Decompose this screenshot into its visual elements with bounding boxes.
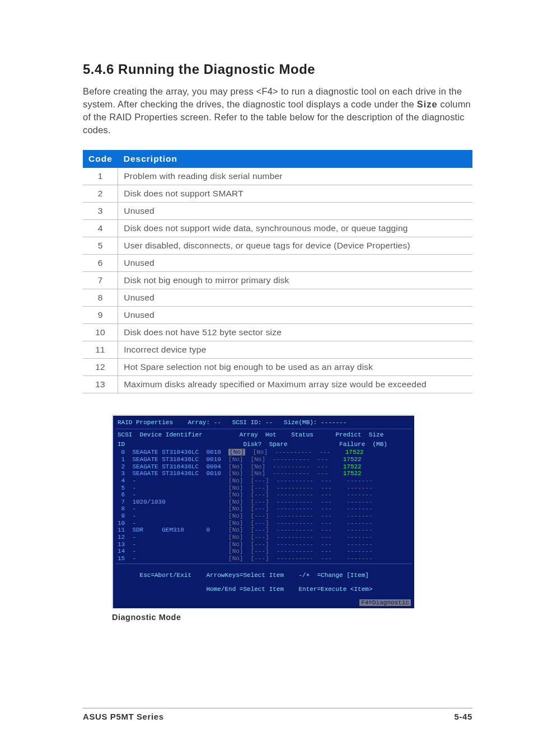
bios-row: 9 - [No] [---] ---------- --- -------: [118, 513, 410, 520]
table-row: 12Hot Spare selection not big enough to …: [83, 359, 472, 376]
code-cell: 6: [83, 255, 118, 272]
bios-row: 3 SEAGATE ST318436LC 0010 [No] [No] ----…: [118, 470, 410, 477]
code-cell: 11: [83, 341, 118, 359]
desc-cell: Maximum disks already specified or Maxim…: [118, 376, 472, 393]
bios-row: 7 1020/1030 [No] [---] ---------- --- --…: [118, 499, 410, 506]
bios-screenshot: RAID Properties Array: -- SCSI ID: -- Si…: [112, 415, 414, 608]
code-cell: 2: [83, 185, 118, 203]
code-cell: 1: [83, 168, 118, 185]
bios-header: RAID Properties Array: -- SCSI ID: -- Si…: [115, 418, 412, 429]
code-cell: 3: [83, 203, 118, 220]
code-cell: 4: [83, 220, 118, 237]
code-cell: 9: [83, 307, 118, 324]
bios-row: 6 - [No] [---] ---------- --- -------: [118, 491, 410, 499]
bios-footer: Esc=Abort/Exit ArrowKeys=Select Item -/+…: [115, 564, 412, 608]
desc-cell: Disk does not support SMART: [118, 185, 472, 203]
bios-caption: Diagnostic Mode: [112, 613, 414, 622]
desc-cell: Disk not big enough to mirror primary di…: [118, 272, 472, 289]
page-footer: ASUS P5MT Series 5-45: [83, 708, 472, 721]
bios-row: 14 - [No] [---] ---------- --- -------: [118, 548, 410, 555]
bios-row: 12 - [No] [---] ---------- --- -------: [118, 534, 410, 541]
code-cell: 13: [83, 376, 118, 393]
desc-cell: Unused: [118, 203, 472, 220]
table-row: 3Unused: [83, 203, 472, 220]
bios-row: 5 - [No] [---] ---------- --- -------: [118, 485, 410, 492]
desc-cell: Unused: [118, 255, 472, 272]
bios-columns-2: ID Disk? Spare Failure (MB): [115, 440, 412, 449]
desc-cell: User disabled, disconnects, or queue tag…: [118, 237, 472, 255]
bios-row: 13 - [No] [---] ---------- --- -------: [118, 541, 410, 548]
desc-cell: Disk does not have 512 byte sector size: [118, 324, 472, 341]
table-row: 13Maximum disks already specified or Max…: [83, 376, 472, 393]
intro-paragraph: Before creating the array, you may press…: [83, 85, 472, 137]
footer-right: 5-45: [455, 712, 472, 721]
bios-row: 11 SDR GEM318 0 [No] [---] ---------- --…: [118, 527, 410, 534]
desc-cell: Unused: [118, 289, 472, 307]
bios-row: 10 - [No] [---] ---------- --- -------: [118, 520, 410, 527]
code-cell: 8: [83, 289, 118, 307]
code-cell: 12: [83, 359, 118, 376]
table-row: 6Unused: [83, 255, 472, 272]
table-row: 5User disabled, disconnects, or queue ta…: [83, 237, 472, 255]
section-heading: 5.4.6 Running the Diagnostic Mode: [83, 62, 472, 77]
bios-footer-2: Home/End =Select Item Enter=Execute <Ite…: [140, 586, 373, 593]
bios-row: 2 SEAGATE ST318436LC 0004 [No] [No] ----…: [118, 463, 410, 471]
bios-columns-1: SCSI Device Identifier Array Hot Status …: [115, 430, 412, 440]
code-cell: 5: [83, 237, 118, 255]
desc-cell: Hot Spare selection not big enough to be…: [118, 359, 472, 376]
bios-row: 15 - [No] [---] ---------- --- -------: [118, 555, 410, 562]
bios-footer-1: Esc=Abort/Exit ArrowKeys=Select Item -/+…: [140, 572, 369, 579]
code-cell: 7: [83, 272, 118, 289]
bios-f4-label: F4=Diagnostic: [359, 599, 411, 607]
desc-cell: Problem with reading disk serial number: [118, 168, 472, 185]
bios-row: 1 SEAGATE ST318436LC 0010 [No] [No] ----…: [118, 456, 410, 463]
code-cell: 10: [83, 324, 118, 341]
table-row: 8Unused: [83, 289, 472, 307]
desc-cell: Unused: [118, 307, 472, 324]
bios-row: 4 - [No] [---] ---------- --- -------: [118, 477, 410, 485]
table-row: 2Disk does not support SMART: [83, 185, 472, 203]
table-row: 11Incorrect device type: [83, 341, 472, 359]
table-row: 9Unused: [83, 307, 472, 324]
table-row: 1Problem with reading disk serial number: [83, 168, 472, 185]
intro-text-before: Before creating the array, you may press…: [83, 86, 462, 109]
desc-cell: Disk does not support wide data, synchro…: [118, 220, 472, 237]
diagnostic-codes-table: Code Description 1Problem with reading d…: [83, 150, 472, 393]
footer-left: ASUS P5MT Series: [83, 712, 164, 721]
th-code: Code: [83, 150, 118, 168]
th-description: Description: [118, 150, 472, 168]
bios-row: 0 SEAGATE ST318436LC 0010 [No] [No] ----…: [118, 449, 410, 456]
table-row: 10Disk does not have 512 byte sector siz…: [83, 324, 472, 341]
table-row: 7Disk not big enough to mirror primary d…: [83, 272, 472, 289]
bios-row: 8 - [No] [---] ---------- --- -------: [118, 505, 410, 513]
intro-bold-size: Size: [417, 99, 438, 109]
table-row: 4Disk does not support wide data, synchr…: [83, 220, 472, 237]
desc-cell: Incorrect device type: [118, 341, 472, 359]
